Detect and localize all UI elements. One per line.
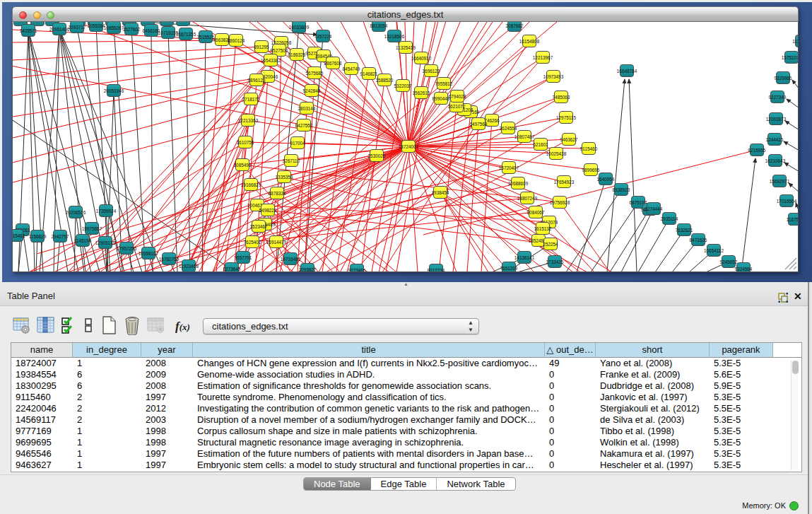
- svg-text:11923468: 11923468: [179, 264, 199, 269]
- svg-text:16640910: 16640910: [411, 56, 432, 61]
- svg-text:6794028: 6794028: [449, 94, 466, 99]
- svg-text:18807249: 18807249: [517, 196, 538, 201]
- svg-text:8813054: 8813054: [370, 23, 388, 28]
- svg-text:11121534: 11121534: [792, 39, 799, 44]
- svg-text:5498222: 5498222: [259, 208, 277, 213]
- svg-text:7357224: 7357224: [314, 34, 332, 39]
- svg-text:8427552: 8427552: [295, 123, 313, 128]
- svg-text:16210643: 16210643: [765, 158, 786, 163]
- svg-text:15751074: 15751074: [782, 55, 799, 60]
- svg-text:9329966: 9329966: [775, 76, 792, 81]
- svg-text:2718170: 2718170: [242, 97, 260, 102]
- svg-text:16154808: 16154808: [519, 39, 540, 44]
- svg-text:3624554: 3624554: [500, 126, 517, 131]
- svg-text:12213363: 12213363: [238, 118, 259, 123]
- svg-text:9273465: 9273465: [348, 268, 366, 273]
- svg-text:1405571: 1405571: [20, 28, 37, 33]
- svg-text:16033809: 16033809: [289, 25, 310, 30]
- svg-text:1093717: 1093717: [69, 25, 86, 30]
- svg-text:7485063: 7485063: [553, 95, 570, 100]
- svg-text:8273645: 8273645: [223, 267, 241, 271]
- svg-text:1696123: 1696123: [423, 69, 440, 74]
- svg-text:7651209: 7651209: [500, 266, 518, 271]
- svg-text:1145194: 1145194: [74, 238, 92, 243]
- svg-text:2803144: 2803144: [298, 106, 316, 111]
- svg-text:252254: 252254: [543, 242, 558, 247]
- svg-text:10654112: 10654112: [704, 248, 724, 253]
- svg-text:621601: 621601: [533, 142, 548, 147]
- svg-text:1562615: 1562615: [413, 90, 430, 95]
- svg-text:19166829: 19166829: [241, 182, 261, 187]
- svg-text:3915461: 3915461: [13, 233, 25, 238]
- svg-text:8454749: 8454749: [343, 66, 360, 71]
- svg-text:12905135: 12905135: [95, 240, 116, 245]
- svg-text:9527500: 9527500: [271, 48, 288, 53]
- svg-text:1610755: 1610755: [237, 140, 254, 145]
- svg-text:1335359: 1335359: [276, 175, 293, 180]
- svg-text:1085490: 1085490: [234, 163, 252, 168]
- svg-text:8990448: 8990448: [433, 96, 450, 101]
- svg-text:2867608: 2867608: [324, 61, 342, 66]
- svg-text:15720407: 15720407: [499, 165, 519, 170]
- svg-text:3267110: 3267110: [283, 158, 300, 163]
- svg-text:1244415: 1244415: [766, 137, 784, 142]
- svg-text:19756928: 19756928: [550, 200, 570, 205]
- svg-text:7955812: 7955812: [435, 81, 453, 86]
- svg-text:7625402: 7625402: [244, 240, 261, 245]
- svg-text:1055284: 1055284: [88, 23, 105, 28]
- svg-text:8860124: 8860124: [228, 38, 245, 43]
- svg-text:9115460: 9115460: [580, 146, 598, 151]
- svg-text:9463627: 9463627: [560, 137, 578, 142]
- svg-text:2942757: 2942757: [52, 234, 69, 239]
- svg-text:10807487: 10807487: [514, 134, 535, 139]
- svg-text:1274444: 1274444: [645, 206, 663, 211]
- svg-text:12213967: 12213967: [533, 55, 553, 60]
- svg-text:1588520: 1588520: [376, 78, 394, 83]
- svg-text:6497568: 6497568: [470, 122, 488, 127]
- svg-text:9657791: 9657791: [235, 255, 252, 260]
- svg-text:1640954: 1640954: [597, 177, 615, 182]
- svg-text:1621072: 1621072: [448, 104, 466, 109]
- svg-text:9146821: 9146821: [360, 71, 378, 76]
- svg-text:1167533: 1167533: [787, 217, 799, 222]
- svg-text:12093873: 12093873: [766, 117, 787, 122]
- svg-text:9245652: 9245652: [720, 259, 738, 264]
- svg-text:891295: 891295: [254, 45, 269, 49]
- svg-text:10025438: 10025438: [546, 151, 567, 156]
- svg-text:1093827: 1093827: [299, 267, 317, 272]
- svg-text:5322037: 5322037: [394, 83, 412, 88]
- svg-text:8938923: 8938923: [613, 187, 630, 192]
- svg-text:1523467: 1523467: [250, 224, 268, 229]
- svg-text:17016504: 17016504: [777, 199, 797, 204]
- svg-text:18724007: 18724007: [399, 144, 419, 149]
- svg-text:19716485: 19716485: [281, 257, 301, 262]
- svg-text:14136141: 14136141: [514, 255, 535, 260]
- svg-text:20053346: 20053346: [104, 88, 124, 93]
- svg-text:9227349: 9227349: [769, 95, 787, 100]
- svg-text:1938454: 1938454: [432, 190, 449, 195]
- svg-text:7515526: 7515526: [197, 35, 215, 40]
- svg-text:10855267: 10855267: [104, 25, 124, 30]
- svg-text:17957255: 17957255: [117, 246, 137, 251]
- svg-text:7632621: 7632621: [676, 228, 693, 233]
- svg-text:10973493: 10973493: [543, 74, 564, 79]
- svg-text:10958107: 10958107: [139, 251, 159, 256]
- svg-text:11325419: 11325419: [396, 45, 416, 50]
- svg-text:9324564: 9324564: [735, 267, 753, 271]
- svg-text:917004: 917004: [290, 141, 305, 146]
- svg-text:8012734: 8012734: [428, 268, 445, 273]
- svg-text:8471626: 8471626: [690, 238, 707, 243]
- svg-text:2087682: 2087682: [506, 23, 524, 28]
- svg-text:8215955: 8215955: [748, 148, 766, 153]
- svg-text:16671355: 16671355: [176, 32, 196, 37]
- svg-text:1733426: 1733426: [546, 259, 564, 264]
- svg-text:15692971: 15692971: [770, 179, 790, 184]
- svg-text:1615132: 1615132: [534, 226, 552, 231]
- svg-text:16914479: 16914479: [266, 240, 287, 245]
- svg-text:19975867: 19975867: [82, 226, 102, 231]
- svg-text:2935114: 2935114: [661, 216, 678, 221]
- svg-text:9242848: 9242848: [303, 88, 321, 93]
- svg-text:9084067: 9084067: [527, 210, 545, 215]
- svg-text:10688609: 10688609: [508, 181, 529, 186]
- svg-text:13218506: 13218506: [384, 34, 405, 39]
